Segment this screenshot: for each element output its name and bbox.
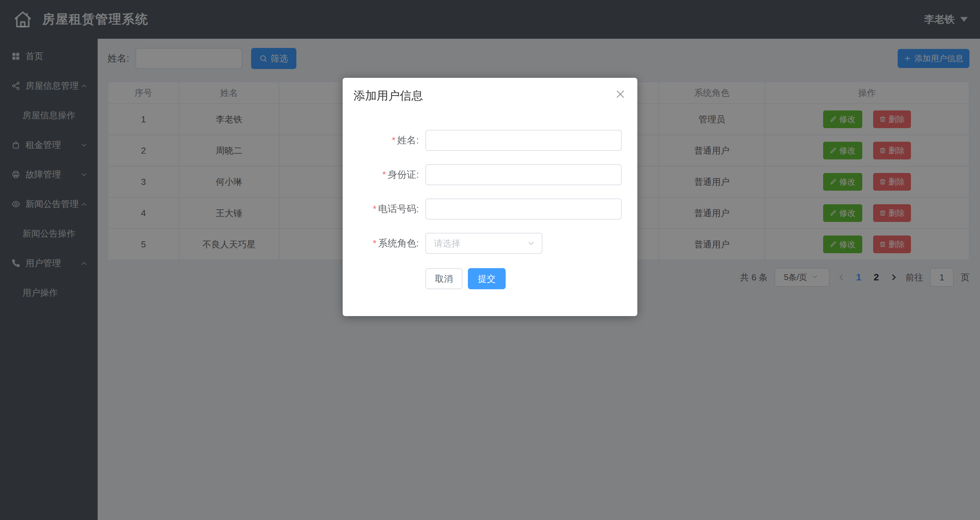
required-mark: * [382,169,385,180]
dialog-header: 添加用户信息 [343,78,637,104]
field-label: *身份证: [343,168,419,181]
dialog-title: 添加用户信息 [353,89,423,102]
form-row-id-card: *身份证: [343,164,637,185]
name-field[interactable] [425,130,622,151]
role-select[interactable]: 请选择 [425,233,542,254]
add-user-dialog: 添加用户信息 *姓名: *身份证: *电话号码: *系统角色: 请 [343,78,637,316]
required-mark: * [391,135,395,146]
dialog-footer: 取消 提交 [425,268,506,289]
role-select-placeholder: 请选择 [434,238,527,249]
form-row-name: *姓名: [343,130,637,151]
form-row-role: *系统角色: 请选择 [343,233,637,254]
id-card-field[interactable] [425,164,622,185]
field-label: *姓名: [343,134,419,147]
required-mark: * [372,204,376,214]
cancel-button[interactable]: 取消 [425,268,463,289]
required-mark: * [372,238,376,249]
submit-button[interactable]: 提交 [468,268,506,289]
field-label: *电话号码: [343,203,419,216]
form-row-phone: *电话号码: [343,198,637,220]
field-label: *系统角色: [343,237,419,250]
dialog-form: *姓名: *身份证: *电话号码: *系统角色: 请选择 [343,130,637,267]
close-icon[interactable] [615,89,626,100]
chevron-down-icon [527,239,536,248]
phone-field[interactable] [425,198,622,220]
